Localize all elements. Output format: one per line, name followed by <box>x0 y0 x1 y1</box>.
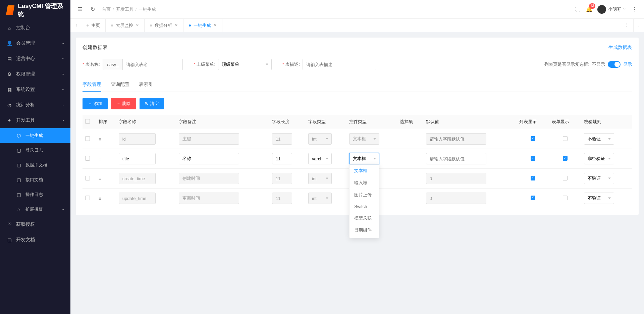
tabs-scroll-left[interactable]: 〈 <box>70 19 81 32</box>
sidebar-item[interactable]: ⚙权限管理› <box>0 66 70 82</box>
tabs-menu[interactable]: ⋮ <box>633 19 644 32</box>
sub-tab[interactable]: 查询配置 <box>111 78 129 92</box>
field-length-input[interactable] <box>272 173 292 184</box>
logo[interactable]: EasyCMF管理系统 <box>0 0 70 20</box>
default-value-input[interactable] <box>426 173 486 184</box>
default-value-input[interactable] <box>426 133 486 145</box>
drag-handle-icon[interactable]: ≡ <box>99 196 102 201</box>
form-show-checkbox[interactable] <box>563 136 568 141</box>
sidebar-item[interactable]: ◔统计分析› <box>0 97 70 113</box>
user-menu[interactable]: 小明哥 ﹀ <box>597 5 627 14</box>
tab[interactable]: 数据分析✕ <box>145 19 183 32</box>
list-show-checkbox[interactable] <box>531 196 535 200</box>
field-name-input[interactable] <box>119 173 156 184</box>
clear-button[interactable]: ↻ 清空 <box>140 98 164 109</box>
sidebar-item[interactable]: 👤会员管理› <box>0 36 70 51</box>
row-checkbox[interactable] <box>85 136 90 141</box>
field-remark-input[interactable] <box>179 173 239 184</box>
form-show-checkbox[interactable] <box>563 176 568 180</box>
breadcrumb-item[interactable]: 一键生成 <box>139 6 156 12</box>
sidebar-item[interactable]: ♡获取授权 <box>0 217 70 232</box>
sidebar-subitem[interactable]: ⬡一键生成 <box>0 128 70 143</box>
sidebar-item[interactable]: ✦开发工具› <box>0 113 70 128</box>
sidebar-item[interactable]: ▦系统设置› <box>0 82 70 97</box>
field-name-input[interactable] <box>119 193 156 204</box>
drag-handle-icon[interactable]: ≡ <box>99 136 102 142</box>
breadcrumb-item[interactable]: 开发工具 <box>116 6 133 12</box>
add-button[interactable]: ＋ 添加 <box>83 98 108 109</box>
dropdown-item[interactable]: 选择器 <box>350 236 379 238</box>
generate-table-link[interactable]: 生成数据表 <box>608 45 632 51</box>
menu-label: 开发工具 <box>16 117 35 123</box>
field-type-select[interactable] <box>308 133 332 145</box>
sidebar-item[interactable]: ▢开发文档 <box>0 232 70 248</box>
tab[interactable]: 大屏监控✕ <box>106 19 145 32</box>
field-remark-input[interactable] <box>179 133 239 145</box>
field-type-select[interactable] <box>308 153 332 164</box>
table-desc-input[interactable] <box>303 59 376 70</box>
field-length-input[interactable] <box>272 153 292 164</box>
row-checkbox[interactable] <box>85 176 90 180</box>
dropdown-item[interactable]: 文本框 <box>350 165 379 177</box>
validation-select[interactable] <box>584 173 614 184</box>
field-remark-input[interactable] <box>179 153 239 164</box>
validation-select[interactable] <box>584 133 614 145</box>
sidebar-subitem[interactable]: ⌂扩展模板› <box>0 202 70 217</box>
checkbox-toggle[interactable] <box>608 61 621 68</box>
list-show-checkbox[interactable] <box>531 136 535 141</box>
dropdown-item[interactable]: Switch <box>350 201 379 212</box>
menu-icon: ▢ <box>16 177 21 182</box>
sidebar-subitem[interactable]: ▢操作日志 <box>0 187 70 202</box>
sub-tab[interactable]: 表索引 <box>139 78 153 92</box>
close-icon[interactable]: ✕ <box>175 23 178 28</box>
dropdown-item[interactable]: 日期组件 <box>350 224 379 236</box>
close-icon[interactable]: ✕ <box>214 23 217 28</box>
form-show-checkbox[interactable] <box>563 196 568 200</box>
form-show-checkbox[interactable] <box>563 156 568 161</box>
field-remark-input[interactable] <box>179 193 239 204</box>
bell-icon[interactable]: 🔔13 <box>586 6 593 13</box>
breadcrumb-item[interactable]: 首页 <box>102 6 111 12</box>
delete-button[interactable]: － 删除 <box>111 98 136 109</box>
list-show-checkbox[interactable] <box>531 156 535 161</box>
field-name-input[interactable] <box>119 153 156 164</box>
field-length-input[interactable] <box>272 133 292 145</box>
tab[interactable]: 一键生成✕ <box>183 19 222 32</box>
drag-handle-icon[interactable]: ≡ <box>99 156 102 162</box>
field-type-select[interactable] <box>308 193 332 204</box>
collapse-icon[interactable]: ☰ <box>76 6 83 13</box>
more-icon[interactable]: ⋮ <box>631 6 638 13</box>
sidebar-subitem[interactable]: ▢登录日志 <box>0 143 70 158</box>
row-checkbox[interactable] <box>85 196 90 200</box>
sub-tab[interactable]: 字段管理 <box>83 78 101 92</box>
dropdown-item[interactable]: 图片上传 <box>350 189 379 201</box>
tab[interactable]: 主页 <box>81 19 106 32</box>
drag-handle-icon[interactable]: ≡ <box>99 176 102 181</box>
toggle-off-text: 不显示 <box>592 61 605 67</box>
default-value-input[interactable] <box>426 193 486 204</box>
sidebar-subitem[interactable]: ▢接口文档 <box>0 172 70 187</box>
field-name-input[interactable] <box>119 133 156 145</box>
select-all-checkbox[interactable] <box>85 119 90 124</box>
dropdown-item[interactable]: 模型关联 <box>350 212 379 224</box>
tabs-scroll-right[interactable]: 〉 <box>623 19 633 32</box>
dropdown-item[interactable]: 输入域 <box>350 177 379 189</box>
field-length-input[interactable] <box>272 193 292 204</box>
avatar <box>597 5 606 14</box>
table-name-input[interactable] <box>122 59 183 70</box>
row-checkbox[interactable] <box>85 156 90 161</box>
refresh-icon[interactable]: ↻ <box>89 6 96 13</box>
sidebar-subitem[interactable]: ▢数据库文档 <box>0 158 70 172</box>
validation-select[interactable] <box>584 153 614 164</box>
close-icon[interactable]: ✕ <box>136 23 139 28</box>
list-show-checkbox[interactable] <box>531 176 535 180</box>
fullscreen-icon[interactable]: ⛶ <box>575 6 581 13</box>
parent-menu-select[interactable] <box>218 59 272 70</box>
validation-select[interactable] <box>584 193 614 204</box>
control-select[interactable] <box>349 133 379 145</box>
default-value-input[interactable] <box>426 153 486 164</box>
control-select[interactable] <box>349 153 379 164</box>
sidebar-item[interactable]: ⌂控制台 <box>0 20 70 36</box>
sidebar-item[interactable]: ▤运营中心› <box>0 51 70 66</box>
field-type-select[interactable] <box>308 173 332 184</box>
